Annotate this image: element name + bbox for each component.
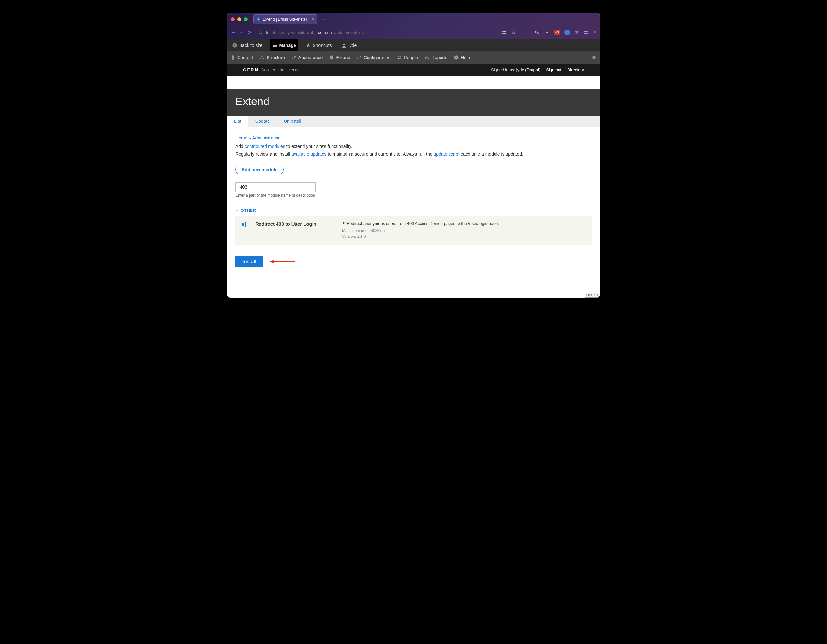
chevron-left-icon bbox=[232, 43, 237, 48]
minimize-window-icon[interactable] bbox=[237, 17, 241, 21]
svg-rect-17 bbox=[428, 58, 429, 59]
svg-point-9 bbox=[343, 44, 345, 45]
local-tabs: List Update Uninstall bbox=[227, 116, 600, 127]
module-description-toggle[interactable]: ▼ Redirect anonymous users from 403 Acce… bbox=[342, 221, 587, 226]
sign-out-link[interactable]: Sign out bbox=[546, 67, 562, 72]
shortcuts-label: Shortcuts bbox=[313, 43, 332, 48]
tab-title: Extend | Drush Site-Install bbox=[263, 17, 307, 22]
nav-people[interactable]: People bbox=[397, 55, 418, 60]
module-checkbox[interactable] bbox=[240, 222, 246, 227]
nav-reports[interactable]: Reports bbox=[424, 55, 447, 60]
nav-extend-label: Extend bbox=[336, 55, 350, 60]
nav-reports-label: Reports bbox=[432, 55, 447, 60]
star-icon bbox=[306, 43, 311, 48]
svg-text:?: ? bbox=[455, 56, 457, 59]
triangle-down-icon: ▼ bbox=[236, 208, 239, 212]
forward-icon[interactable]: → bbox=[239, 30, 244, 36]
grid-icon[interactable] bbox=[501, 30, 506, 35]
tab-uninstall[interactable]: Uninstall bbox=[277, 116, 308, 127]
download-icon[interactable] bbox=[545, 30, 549, 35]
orientation-toggle-icon[interactable] bbox=[591, 55, 597, 60]
lock-icon bbox=[265, 30, 269, 35]
add-new-module-button[interactable]: Add new module bbox=[236, 165, 284, 174]
annotation-arrow-icon bbox=[270, 258, 295, 265]
tools-icon bbox=[357, 55, 362, 60]
drupal-toolbar-primary: Back to site Manage Shortcuts jyde bbox=[227, 39, 600, 51]
shortcuts-link[interactable]: Shortcuts bbox=[304, 39, 334, 51]
tab-strip: Extend | Drush Site-Install × + bbox=[227, 13, 600, 26]
close-tab-icon[interactable]: × bbox=[312, 17, 314, 22]
main-content: Home » Administration Add contributed mo… bbox=[227, 127, 600, 297]
url-display[interactable]: https://my-website.web.cern.ch/admin/mod… bbox=[256, 30, 498, 35]
pocket-icon[interactable] bbox=[535, 30, 540, 35]
browser-chrome: Extend | Drush Site-Install × + ← → ⟳ ht… bbox=[227, 13, 600, 39]
manage-toggle[interactable]: Manage bbox=[270, 39, 298, 51]
hamburger-icon bbox=[272, 43, 277, 48]
update-script-link[interactable]: update script bbox=[434, 151, 459, 157]
nav-structure[interactable]: Structure bbox=[259, 55, 285, 60]
drupal-icon bbox=[256, 17, 261, 22]
svg-rect-3 bbox=[504, 33, 506, 34]
signed-in-text: Signed in as: jyde (Drupal) bbox=[491, 67, 540, 72]
maximize-window-icon[interactable] bbox=[244, 17, 248, 21]
nav-structure-label: Structure bbox=[267, 55, 285, 60]
help-icon: ? bbox=[454, 55, 459, 60]
module-name: Redirect 403 to User Login bbox=[255, 221, 332, 240]
module-filter-input[interactable] bbox=[236, 182, 316, 192]
ublock-icon[interactable]: uO bbox=[554, 30, 560, 35]
nav-help-label: Help bbox=[461, 55, 470, 60]
bars-icon bbox=[424, 55, 429, 60]
breadcrumb-admin[interactable]: Administration bbox=[252, 135, 281, 140]
install-button[interactable]: Install bbox=[236, 256, 263, 267]
manage-label: Manage bbox=[279, 43, 296, 48]
react-icon[interactable]: ⚛ bbox=[574, 30, 579, 36]
svg-rect-7 bbox=[587, 33, 588, 34]
address-bar: ← → ⟳ https://my-website.web.cern.ch/adm… bbox=[227, 26, 600, 39]
cern-logo[interactable]: CERN bbox=[243, 67, 259, 72]
shield-icon bbox=[258, 30, 263, 35]
nav-content-label: Content bbox=[237, 55, 253, 60]
back-to-site-link[interactable]: Back to site bbox=[230, 39, 264, 51]
svg-point-13 bbox=[398, 56, 399, 57]
nav-content[interactable]: Content bbox=[230, 55, 253, 60]
help-line-1: Add contributed modules to extend your s… bbox=[236, 144, 591, 149]
directory-link[interactable]: Directory bbox=[567, 67, 584, 72]
drupal-toolbar-secondary: Content Structure Appearance Extend Conf… bbox=[227, 51, 600, 64]
menu-icon[interactable]: ≡ bbox=[593, 30, 596, 35]
nav-extend[interactable]: Extend bbox=[329, 55, 350, 60]
module-version: Version: 2.1.0 bbox=[342, 233, 587, 240]
breadcrumb-home[interactable]: Home bbox=[236, 135, 247, 140]
contributed-modules-link[interactable]: contributed modules bbox=[245, 144, 285, 149]
nav-people-label: People bbox=[404, 55, 418, 60]
nav-configuration-label: Configuration bbox=[364, 55, 390, 60]
nav-appearance[interactable]: Appearance bbox=[291, 55, 323, 60]
user-icon bbox=[342, 43, 346, 48]
apps-icon[interactable] bbox=[584, 30, 589, 35]
tab-list[interactable]: List bbox=[227, 116, 248, 127]
cern-tagline: Accelerating science bbox=[261, 67, 300, 72]
new-tab-button[interactable]: + bbox=[323, 16, 326, 23]
tab-update[interactable]: Update bbox=[248, 116, 277, 127]
section-toggle-other[interactable]: ▼ OTHER bbox=[236, 208, 591, 213]
svg-rect-16 bbox=[427, 56, 428, 59]
module-description: Redirect anonymous users from 403 Access… bbox=[346, 221, 499, 226]
extension-icon[interactable] bbox=[564, 30, 570, 35]
open-badge[interactable]: OPEN + bbox=[585, 293, 600, 297]
available-updates-link[interactable]: available updates bbox=[291, 151, 326, 157]
bookmark-icon[interactable]: ☆ bbox=[511, 29, 516, 36]
reload-icon[interactable]: ⟳ bbox=[248, 30, 252, 36]
nav-configuration[interactable]: Configuration bbox=[357, 55, 390, 60]
svg-rect-15 bbox=[425, 57, 426, 59]
browser-tab[interactable]: Extend | Drush Site-Install × bbox=[253, 14, 317, 24]
svg-point-14 bbox=[399, 56, 401, 57]
page-header: Extend bbox=[227, 89, 600, 116]
install-row: Install bbox=[236, 256, 591, 267]
user-menu[interactable]: jyde bbox=[340, 39, 359, 51]
back-icon[interactable]: ← bbox=[231, 30, 236, 36]
svg-rect-6 bbox=[584, 33, 586, 34]
module-machine-name: Machine name: r4032login bbox=[342, 228, 587, 233]
nav-help[interactable]: ?Help bbox=[454, 55, 470, 60]
triangle-down-icon: ▼ bbox=[342, 221, 345, 226]
close-window-icon[interactable] bbox=[231, 17, 235, 21]
svg-marker-21 bbox=[270, 260, 274, 263]
